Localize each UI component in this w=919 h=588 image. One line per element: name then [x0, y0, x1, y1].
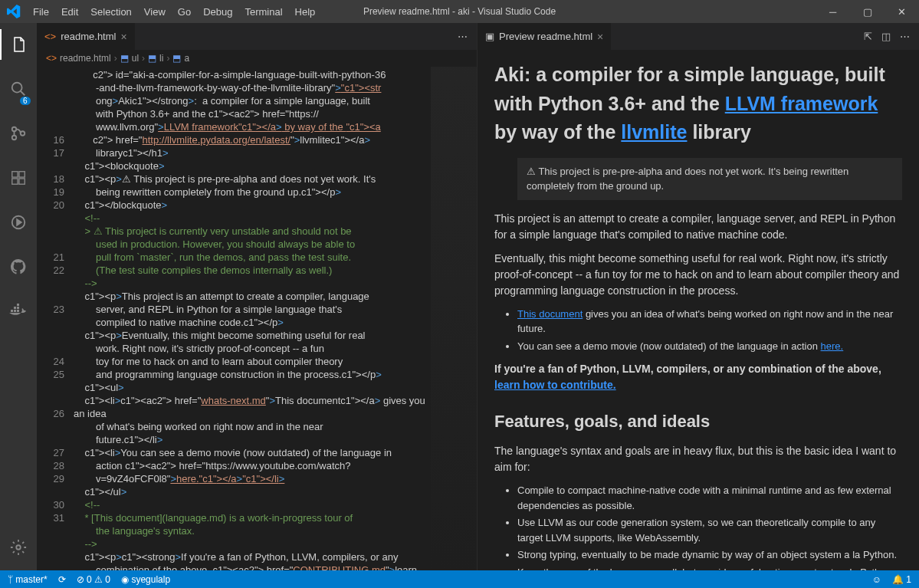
minimize-button[interactable]: ─ — [816, 0, 850, 23]
svg-rect-14 — [17, 304, 19, 306]
docker-icon[interactable] — [0, 296, 37, 327]
github-icon[interactable] — [0, 251, 37, 282]
debug-icon[interactable] — [0, 207, 37, 238]
explorer-icon[interactable] — [0, 29, 37, 60]
close-icon[interactable]: × — [120, 31, 126, 43]
split-editor-icon[interactable]: ◫ — [881, 31, 891, 42]
code-lines[interactable]: c2"> id="aki-a-compiler-for-a-simple-lan… — [74, 67, 431, 570]
list-item: Keep the core of the language small, but… — [517, 565, 902, 571]
list-item: You can see a demo movie (now outdated) … — [517, 339, 902, 354]
close-window-button[interactable]: ✕ — [885, 0, 919, 23]
tab-label: readme.html — [61, 31, 116, 42]
notifications-icon[interactable]: 🔔 1 — [892, 574, 911, 585]
activity-bar: 6 — [0, 23, 37, 570]
breadcrumb-file[interactable]: readme.html — [60, 53, 111, 64]
svg-rect-10 — [14, 310, 16, 312]
editor-group-right: ▣ Preview readme.html × ⇱ ◫ ⋯ Aki: a com… — [478, 23, 919, 570]
breadcrumb-a[interactable]: a — [184, 53, 189, 64]
tab-readme-html[interactable]: <> readme.html × — [37, 23, 136, 50]
menu-help[interactable]: Help — [289, 6, 322, 18]
preview-pane[interactable]: Aki: a compiler for a simple language, b… — [478, 50, 919, 570]
menu-debug[interactable]: Debug — [197, 6, 238, 18]
tab-preview-readme[interactable]: ▣ Preview readme.html × — [478, 23, 612, 50]
features-list: Compile to compact machine-native code w… — [517, 483, 902, 570]
tabbar-left: <> readme.html × ⋯ — [37, 23, 477, 50]
menu-selection[interactable]: Selection — [84, 6, 137, 18]
minimap[interactable] — [431, 67, 477, 570]
svg-rect-9 — [11, 310, 13, 312]
svg-point-2 — [12, 136, 17, 140]
link-here[interactable]: here. — [821, 340, 844, 352]
preview-paragraph: If you're a fan of Python, LLVM, compile… — [494, 361, 902, 393]
tabbar-right: ▣ Preview readme.html × ⇱ ◫ ⋯ — [478, 23, 919, 50]
preview-heading2: Features, goals, and ideals — [494, 409, 902, 434]
svg-point-0 — [12, 83, 22, 93]
close-icon[interactable]: × — [597, 31, 603, 43]
list-item: This document gives you an idea of what'… — [517, 307, 902, 337]
svg-rect-11 — [17, 310, 19, 312]
link-contribute[interactable]: learn how to contribute. — [494, 379, 616, 391]
preview-blockquote: ⚠ This project is pre-pre-alpha and does… — [517, 158, 902, 200]
list-item: Compile to compact machine-native code w… — [517, 483, 902, 513]
list-item: Use LLVM as our code generation system, … — [517, 515, 902, 545]
svg-rect-5 — [19, 172, 25, 177]
breadcrumb-li[interactable]: li — [159, 53, 163, 64]
maximize-button[interactable]: ▢ — [850, 0, 885, 23]
menu-file[interactable]: File — [27, 6, 55, 18]
list-item: Strong typing, eventually to be made dyn… — [517, 547, 902, 563]
problems-status[interactable]: ⊘ 0 ⚠ 0 — [77, 574, 110, 585]
editor-more-icon[interactable]: ⋯ — [458, 31, 468, 42]
line-gutter: 1617 181920 2122 23 2425 26 272829 3031 — [37, 67, 74, 570]
settings-gear-icon[interactable] — [0, 532, 37, 563]
breadcrumb-ul[interactable]: ul — [132, 53, 139, 64]
preview-paragraph: This project is an attempt to create a c… — [494, 211, 902, 243]
link-this-document[interactable]: This document — [517, 308, 583, 320]
statusbar: ᛘ master* ⟳ ⊘ 0 ⚠ 0 ◉ syegulalp ☺ 🔔 1 — [0, 570, 919, 588]
extensions-icon[interactable] — [0, 163, 37, 193]
window-controls: ─ ▢ ✕ — [816, 0, 919, 23]
titlebar: File Edit Selection View Go Debug Termin… — [0, 0, 919, 23]
preview-paragraph: The language's syntax and goals are in h… — [494, 443, 902, 475]
preview-paragraph: Eventually, this might become something … — [494, 251, 902, 299]
menu-edit[interactable]: Edit — [55, 6, 84, 18]
open-externally-icon[interactable]: ⇱ — [864, 31, 872, 42]
feedback-icon[interactable]: ☺ — [872, 574, 881, 585]
svg-rect-12 — [14, 307, 16, 309]
preview-heading: Aki: a compiler for a simple language, b… — [494, 61, 902, 147]
breadcrumb[interactable]: <> readme.html ›⬒ul ›⬒li ›⬒a — [37, 50, 477, 67]
search-icon[interactable] — [0, 74, 37, 104]
preview-icon: ▣ — [485, 31, 494, 42]
git-branch[interactable]: ᛘ master* — [8, 574, 48, 585]
code-editor[interactable]: 1617 181920 2122 23 2425 26 272829 3031 … — [37, 67, 477, 570]
scm-badge: 6 — [20, 97, 31, 105]
github-user[interactable]: ◉ syegulalp — [121, 574, 170, 585]
tab-label: Preview readme.html — [499, 31, 592, 42]
preview-list: This document gives you an idea of what'… — [517, 307, 902, 354]
svg-rect-6 — [12, 179, 18, 184]
source-control-icon[interactable] — [0, 118, 37, 149]
svg-rect-7 — [19, 179, 25, 184]
editor-group-left: <> readme.html × ⋯ <> readme.html ›⬒ul ›… — [37, 23, 478, 570]
vscode-logo-icon — [0, 5, 27, 18]
html-file-icon: <> — [46, 53, 57, 64]
svg-point-1 — [12, 127, 17, 132]
svg-rect-13 — [17, 307, 19, 309]
menu-go[interactable]: Go — [172, 6, 197, 18]
html-file-icon: <> — [44, 31, 56, 42]
sync-icon[interactable]: ⟳ — [58, 574, 66, 585]
editor-more-icon[interactable]: ⋯ — [900, 31, 910, 42]
menubar: File Edit Selection View Go Debug Termin… — [27, 6, 321, 18]
svg-point-15 — [16, 545, 21, 550]
menu-terminal[interactable]: Terminal — [238, 6, 288, 18]
menu-view[interactable]: View — [138, 6, 172, 18]
link-llvmlite[interactable]: llvmlite — [621, 121, 687, 143]
link-llvm-framework[interactable]: LLVM framework — [725, 93, 878, 114]
svg-rect-4 — [12, 172, 18, 177]
